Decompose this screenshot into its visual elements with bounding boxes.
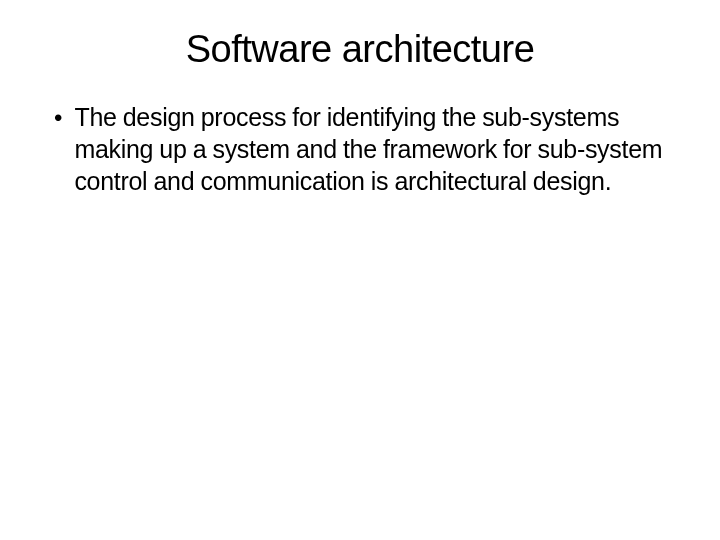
list-item: • The design process for identifying the…: [56, 101, 670, 197]
slide: Software architecture • The design proce…: [0, 0, 720, 540]
slide-content: • The design process for identifying the…: [50, 101, 670, 197]
bullet-text: The design process for identifying the s…: [74, 101, 670, 197]
bullet-icon: •: [54, 101, 62, 135]
slide-title: Software architecture: [50, 28, 670, 71]
